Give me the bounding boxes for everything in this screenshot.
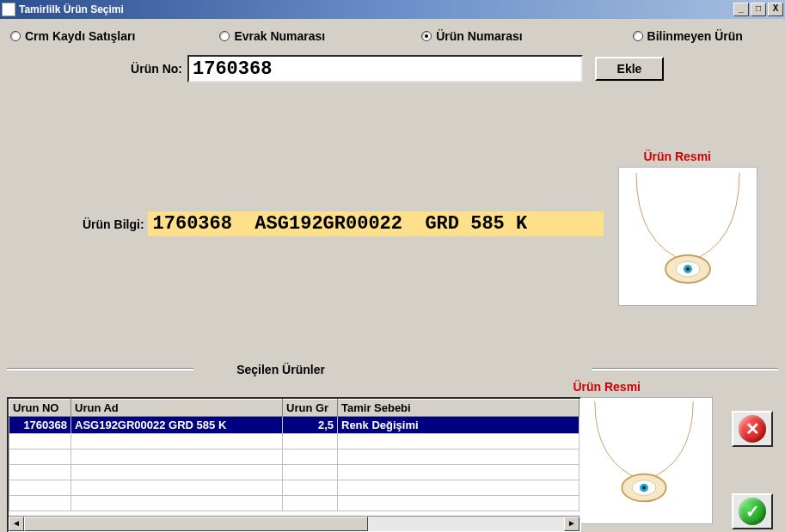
cancel-button[interactable]: ✕ (732, 411, 773, 447)
maximize-button[interactable]: □ (751, 3, 766, 16)
close-button[interactable]: X (768, 3, 783, 16)
table-row[interactable] (9, 449, 580, 465)
radio-urun[interactable]: Ürün Numarası (421, 29, 522, 43)
cell-urun-gr: 2,5 (283, 417, 338, 434)
radio-evrak[interactable]: Evrak Numarası (219, 29, 325, 43)
urun-resmi-label-bottom: Ürün Resmi (573, 380, 641, 394)
ekle-button[interactable]: Ekle (595, 57, 664, 81)
separator: Seçilen Ürünler (7, 363, 778, 376)
table-row[interactable]: 1760368 ASG192GR00022 GRD 585 K 2,5 Renk… (9, 417, 580, 434)
necklace-icon (576, 398, 712, 523)
selected-products-grid[interactable]: Urun NO Urun Ad Urun Gr Tamir Sebebi 176… (7, 397, 581, 532)
necklace-icon (619, 168, 757, 305)
cancel-icon: ✕ (739, 415, 766, 443)
radio-dot-icon (421, 31, 432, 41)
svg-point-7 (642, 486, 646, 490)
cell-urun-ad: ASG192GR00022 GRD 585 K (71, 417, 283, 434)
horizontal-scrollbar[interactable]: ◄ ► (9, 516, 580, 531)
table-row[interactable] (9, 434, 580, 449)
window-buttons: _ □ X (733, 3, 783, 16)
scroll-thumb[interactable] (24, 517, 368, 531)
cell-urun-no: 1760368 (9, 417, 71, 434)
ok-icon: ✓ (739, 498, 766, 525)
secilen-label: Seçilen Ürünler (228, 363, 334, 376)
col-urun-gr[interactable]: Urun Gr (283, 400, 338, 417)
radio-evrak-label: Evrak Numarası (234, 29, 325, 43)
radio-crm-label: Crm Kaydı Satışları (25, 29, 135, 43)
app-icon (2, 3, 15, 16)
table-row[interactable] (9, 480, 580, 496)
urun-bilgi-value: 1760368 ASG192GR00022 GRD 585 K (148, 211, 604, 236)
titlebar: Tamirlilk Ürün Seçimi _ □ X (0, 0, 785, 19)
urun-resmi-label-top: Ürün Resmi (643, 150, 711, 163)
urun-bilgi-label: Ürün Bilgi: (83, 217, 144, 231)
minimize-button[interactable]: _ (733, 3, 749, 16)
radio-crm[interactable]: Crm Kaydı Satışları (10, 29, 135, 43)
col-tamir-sebebi[interactable]: Tamir Sebebi (338, 400, 580, 417)
scroll-right-icon[interactable]: ► (564, 517, 580, 531)
radio-dot-icon (10, 31, 21, 41)
radio-bilinmeyen[interactable]: Bilinmeyen Ürün (633, 29, 743, 43)
product-image-bottom (575, 397, 713, 524)
radio-bilinmeyen-label: Bilinmeyen Ürün (647, 29, 743, 43)
col-urun-no[interactable]: Urun NO (9, 400, 71, 417)
cell-tamir-sebebi: Renk Değişimi (338, 417, 580, 434)
radio-dot-icon (633, 31, 643, 41)
svg-point-3 (686, 267, 690, 271)
window-title: Tamirlilk Ürün Seçimi (19, 3, 733, 15)
table-row[interactable] (9, 496, 580, 511)
product-image-top (618, 167, 757, 306)
ok-button[interactable]: ✓ (732, 493, 773, 529)
col-urun-ad[interactable]: Urun Ad (71, 400, 283, 417)
urun-no-label: Ürün No: (7, 62, 187, 76)
urun-no-input[interactable] (187, 55, 583, 83)
radio-dot-icon (219, 31, 230, 41)
table-row[interactable] (9, 465, 580, 480)
filter-radio-group: Crm Kaydı Satışları Evrak Numarası Ürün … (7, 26, 778, 52)
scroll-left-icon[interactable]: ◄ (9, 517, 24, 531)
radio-urun-label: Ürün Numarası (436, 29, 522, 43)
